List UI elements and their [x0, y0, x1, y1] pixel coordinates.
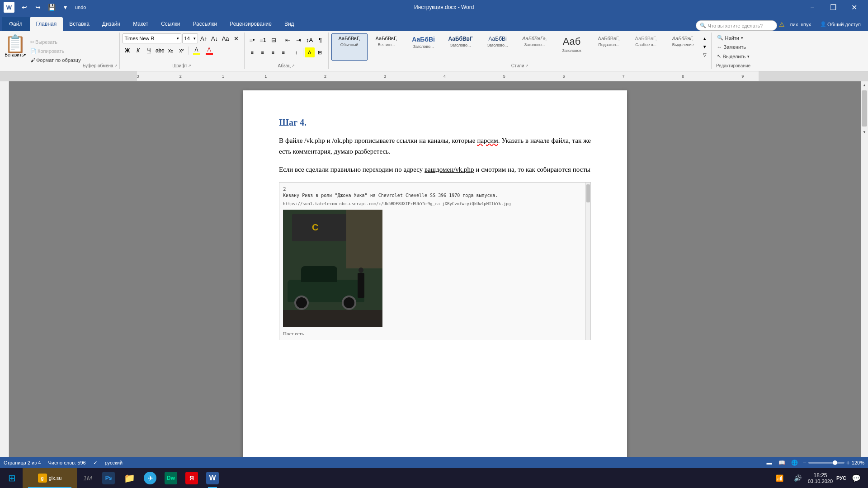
redo-button[interactable]: ↪: [32, 1, 44, 14]
ruler-main[interactable]: 3 2 1 1 2 3 4 5 6 7 8 9: [9, 71, 861, 81]
editing-label[interactable]: Редактирование: [716, 61, 750, 68]
tab-home[interactable]: Главная: [30, 17, 63, 31]
numbered-list-button[interactable]: ≡1: [258, 35, 268, 45]
style-title[interactable]: Ааб Заголовок: [554, 33, 590, 61]
styles-scroll-up[interactable]: ▲: [701, 34, 708, 42]
change-case-button[interactable]: Aa: [221, 33, 231, 43]
show-formatting-button[interactable]: ¶: [316, 35, 326, 45]
taskbar-dreamweaver[interactable]: Dw: [161, 468, 181, 488]
clear-formatting-button[interactable]: ✕: [231, 33, 241, 43]
close-button[interactable]: ✕: [844, 0, 864, 14]
clipboard-label[interactable]: Буфер обмена ↗: [83, 61, 118, 68]
zoom-thumb[interactable]: [833, 460, 837, 465]
style-subtitle[interactable]: АаБбВвГ, Подзагол...: [591, 33, 627, 61]
font-color-button[interactable]: A: [203, 46, 215, 56]
taskbar-gix-browser[interactable]: g gix.su: [23, 468, 77, 488]
format-painter-button[interactable]: 🖌 Формат по образцу: [28, 56, 83, 64]
scrollbar-thumb[interactable]: [862, 90, 867, 127]
restore-button[interactable]: ❒: [823, 0, 844, 14]
styles-expand[interactable]: ▽: [701, 51, 708, 59]
multilevel-list-button[interactable]: ⊟: [269, 35, 279, 45]
find-button[interactable]: 🔍 Найти ▾: [714, 33, 753, 42]
tab-layout[interactable]: Макет: [127, 17, 155, 31]
subscript-button[interactable]: x₂: [166, 46, 176, 56]
shading-button[interactable]: A: [305, 47, 315, 57]
read-mode-btn[interactable]: 📖: [777, 458, 786, 467]
grow-font-button[interactable]: A↑: [199, 33, 209, 43]
taskbar-photoshop[interactable]: Ps: [99, 468, 118, 488]
embed-scrollbar-thumb[interactable]: [586, 184, 590, 202]
underline-button[interactable]: Ч: [144, 46, 154, 56]
style-heading4[interactable]: АаБбВвГа, Заголово...: [517, 33, 553, 61]
language[interactable]: русский: [105, 460, 123, 465]
italic-button[interactable]: К: [133, 46, 143, 56]
increase-indent-button[interactable]: ⇥: [294, 35, 304, 45]
style-normal[interactable]: АаБбВвГ, Обычный: [331, 33, 368, 61]
undo-button[interactable]: ↩: [18, 1, 31, 14]
zoom-track[interactable]: [808, 462, 844, 464]
tab-file[interactable]: Файл: [2, 17, 30, 31]
tab-design[interactable]: Дизайн: [96, 17, 127, 31]
shrink-font-button[interactable]: A↓: [210, 33, 220, 43]
customize-qa-button[interactable]: ▾: [59, 1, 71, 14]
taskbar-yandex[interactable]: Я: [182, 468, 202, 488]
font-size-selector[interactable]: 14 ▾: [182, 33, 198, 43]
vertical-scrollbar[interactable]: ▲ ▼: [861, 81, 868, 457]
strikethrough-button[interactable]: abc: [155, 46, 165, 56]
zoom-in-button[interactable]: +: [846, 459, 850, 466]
notification-button[interactable]: 💬: [848, 468, 864, 488]
sort-button[interactable]: ↕A: [305, 35, 315, 45]
justify-button[interactable]: ≡: [278, 47, 288, 57]
style-emphasis[interactable]: АаБбВвГ, Выделение: [665, 33, 701, 61]
minimize-button[interactable]: −: [802, 0, 823, 14]
web-layout-btn[interactable]: 🌐: [790, 458, 799, 467]
what-box[interactable]: 🔍 Что вы хотите сделать?: [696, 20, 777, 31]
zoom-control[interactable]: − + 120%: [802, 459, 864, 466]
network-icon[interactable]: 📶: [772, 468, 788, 488]
tab-mailings[interactable]: Рассылки: [186, 17, 223, 31]
align-left-button[interactable]: ≡: [247, 47, 257, 57]
copy-button[interactable]: 📄 Копировать: [28, 47, 83, 55]
font-name-selector[interactable]: Times New R ▾: [123, 33, 181, 43]
style-heading2[interactable]: АаБбВвГ Заголово...: [443, 33, 479, 61]
text-highlight-button[interactable]: A: [191, 46, 203, 56]
print-layout-btn[interactable]: ▬: [764, 458, 774, 467]
share-button[interactable]: 👤 Общий доступ: [816, 19, 864, 29]
style-heading3[interactable]: АаБбВі Заголово...: [480, 33, 516, 61]
embed-scrollbar[interactable]: [585, 183, 590, 340]
tab-references[interactable]: Ссылки: [155, 17, 186, 31]
volume-icon[interactable]: 🔊: [790, 468, 806, 488]
align-right-button[interactable]: ≡: [268, 47, 278, 57]
style-no-spacing[interactable]: АаБбВвГ, Без инт...: [368, 33, 405, 61]
zoom-out-button[interactable]: −: [802, 459, 806, 466]
styles-label[interactable]: Стили ↗: [511, 61, 528, 68]
decrease-indent-button[interactable]: ⇤: [283, 35, 293, 45]
start-button[interactable]: ⊞: [2, 468, 22, 488]
line-spacing-button[interactable]: ↕: [292, 47, 302, 57]
style-subtle[interactable]: АаБбВвГ, Слабое в...: [628, 33, 664, 61]
tab-view[interactable]: Вид: [278, 17, 301, 31]
tab-insert[interactable]: Вставка: [63, 17, 96, 31]
taskbar-word[interactable]: W: [203, 468, 222, 488]
superscript-button[interactable]: x²: [177, 46, 187, 56]
save-button[interactable]: 💾: [45, 1, 58, 14]
select-button[interactable]: ↖ Выделить ▾: [714, 52, 753, 61]
language-button[interactable]: РУС: [835, 474, 848, 482]
spell-check-btn[interactable]: пих шпух: [787, 20, 815, 29]
style-heading1[interactable]: АаБбВі Заголово...: [406, 33, 442, 61]
align-center-button[interactable]: ≡: [258, 47, 268, 57]
tab-review[interactable]: Рецензирование: [223, 17, 278, 31]
bold-button[interactable]: Ж: [123, 46, 132, 56]
bullet-list-button[interactable]: ≡•: [247, 35, 257, 45]
scroll-down-button[interactable]: ▼: [861, 128, 868, 136]
document-area[interactable]: Шаг 4. В файле /vk.php и /ok.php прописы…: [9, 81, 861, 457]
taskbar-telegram[interactable]: ✈: [140, 468, 160, 488]
paragraph-label[interactable]: Абзац ↗: [278, 61, 295, 68]
taskbar-file-manager[interactable]: 📁: [119, 468, 139, 488]
border-button[interactable]: ⊞: [315, 47, 325, 57]
cut-button[interactable]: ✂ Вырезать: [28, 38, 83, 46]
font-label[interactable]: Шрифт ↗: [172, 61, 191, 68]
scroll-up-button[interactable]: ▲: [861, 81, 868, 89]
replace-button[interactable]: ↔ Заменить: [714, 43, 753, 51]
styles-scroll-down[interactable]: ▼: [701, 42, 708, 51]
